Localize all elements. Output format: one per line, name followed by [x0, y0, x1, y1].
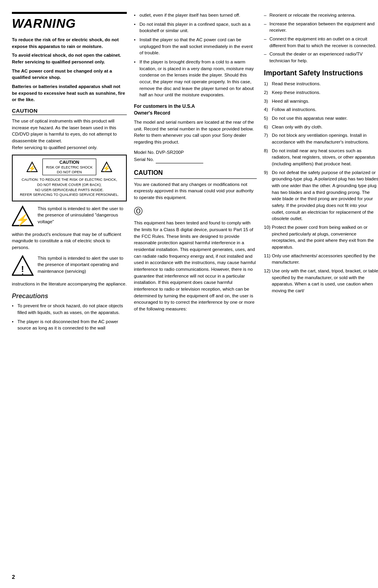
dash-item-4: Consult the dealer or an experienced rad…: [264, 51, 378, 64]
warning-para-1: To reduce the risk of fire or electric s…: [12, 36, 127, 50]
col2-caution-heading: CAUTION: [134, 168, 257, 178]
caution-box-header: ⚡ CAUTIONRISK OF ELECTRIC SHOCKDO NOT OP…: [16, 159, 123, 175]
safety-item-10: 10)Protect the power cord from being wal…: [264, 224, 378, 251]
symbol-service-text: This symbol is intended to alert the use…: [38, 255, 127, 275]
col2-caution-text: You are cautioned that any changes or mo…: [134, 181, 257, 201]
warning-para-3: The AC power cord must be changed only a…: [12, 68, 127, 81]
col2-bullet-2: Do not install this player in a confined…: [134, 21, 257, 34]
safety-item-2: 2)Keep these instructions.: [264, 89, 378, 96]
svg-point-8: [22, 273, 23, 274]
column-1: WARNING To reduce the risk of fire or el…: [12, 12, 127, 576]
dash-item-2: Increase the separation between the equi…: [264, 21, 378, 34]
voltage-triangle-icon: ⚡: [12, 205, 34, 227]
safety-item-5: 5)Do not use this apparatus near water.: [264, 115, 378, 122]
safety-item-7: 7)Do not block any ventilation openings.…: [264, 132, 378, 145]
symbol-voltage-continuation: within the product's enclosure that may …: [12, 231, 127, 251]
symbol-service-continuation: instructions in the literature accompany…: [12, 281, 127, 287]
warning-title: WARNING: [12, 12, 127, 31]
safety-item-3: 3)Heed all warnings.: [264, 98, 378, 105]
safety-item-1: 1)Read these instructions.: [264, 80, 378, 87]
column-3: Reorient or relocate the receiving anten…: [264, 12, 378, 576]
caution-box-subtext: CAUTION: TO REDUCE THE RISK OF ELECTRIC …: [16, 177, 123, 197]
svg-text:⚡: ⚡: [103, 165, 111, 172]
service-triangle-icon: !: [12, 255, 34, 277]
lightning-triangle-left-icon: ⚡: [27, 161, 38, 172]
caution-box-label: CAUTIONRISK OF ELECTRIC SHOCKDO NOT OPEN: [42, 159, 96, 175]
col2-bullet-4: If the player is brought directly from a…: [134, 59, 257, 98]
safety-item-8: 8)Do not install near any heat sources s…: [264, 147, 378, 167]
model-no: Model No. DVP-SR200P: [134, 149, 257, 156]
col2-bullet-1: outlet, even if the player itself has be…: [134, 12, 257, 19]
dash-measures-list: Reorient or relocate the receiving anten…: [264, 12, 378, 64]
important-safety-heading: Important Safety Instructions: [264, 69, 378, 78]
dash-item-3: Connect the equipment into an outlet on …: [264, 36, 378, 49]
precaution-item-1: To prevent fire or shock hazard, do not …: [12, 303, 127, 316]
for-customers-heading: For customers in the U.S.AOwner's Record: [134, 103, 257, 117]
dash-item-1: Reorient or relocate the receiving anten…: [264, 12, 378, 19]
precaution-item-2: The player is not disconnected from the …: [12, 318, 127, 331]
safety-item-6: 6)Clean only with dry cloth.: [264, 124, 378, 130]
caution-warning-box: ⚡ CAUTIONRISK OF ELECTRIC SHOCKDO NOT OP…: [12, 155, 127, 201]
symbol-voltage-text: This symbol is intended to alert the use…: [38, 205, 127, 225]
svg-text:!: !: [21, 264, 24, 274]
col2-bullet-3: Install the player so that the AC power …: [134, 36, 257, 56]
safety-item-11: 11)Only use attachments/ accessories spe…: [264, 253, 378, 266]
precautions-list: To prevent fire or shock hazard, do not …: [12, 303, 127, 331]
serial-no: Serial No.: [134, 156, 257, 163]
symbol-service-row: ! This symbol is intended to alert the u…: [12, 255, 127, 277]
safety-instructions-list: 1)Read these instructions. 2)Keep these …: [264, 80, 378, 294]
warning-para-2: To avoid electrical shock, do not open t…: [12, 52, 127, 65]
caution-body: The use of optical instruments with this…: [12, 118, 127, 151]
svg-text:⚡: ⚡: [16, 213, 30, 226]
safety-item-4: 4)Follow all instructions.: [264, 106, 378, 113]
warning-para-4: Batteries or batteries installed apparat…: [12, 83, 127, 103]
column-2: outlet, even if the player itself has be…: [134, 12, 257, 576]
symbol-voltage-row: ⚡ This symbol is intended to alert the u…: [12, 205, 127, 227]
warning-body: To reduce the risk of fire or electric s…: [12, 36, 127, 103]
caution-heading: CAUTION: [12, 108, 127, 115]
safety-item-12: 12)Use only with the cart, stand, tripod…: [264, 268, 378, 294]
col2-content: outlet, even if the player itself has be…: [134, 12, 257, 312]
page-number: 2: [12, 574, 15, 580]
precautions-heading: Precautions: [12, 293, 127, 300]
col2-bullets: outlet, even if the player itself has be…: [134, 12, 257, 98]
fcc-symbol-icon: Ⓞ: [134, 205, 257, 218]
safety-item-9: 9)Do not defeat the safety purpose of th…: [264, 169, 378, 222]
fcc-text: This equipment has been tested and found…: [134, 220, 257, 312]
svg-text:⚡: ⚡: [28, 165, 36, 172]
for-customers-text: The model and serial numbers are located…: [134, 119, 257, 146]
lightning-triangle-right-icon: ⚡: [101, 161, 112, 172]
model-serial-block: Model No. DVP-SR200P Serial No.: [134, 149, 257, 164]
